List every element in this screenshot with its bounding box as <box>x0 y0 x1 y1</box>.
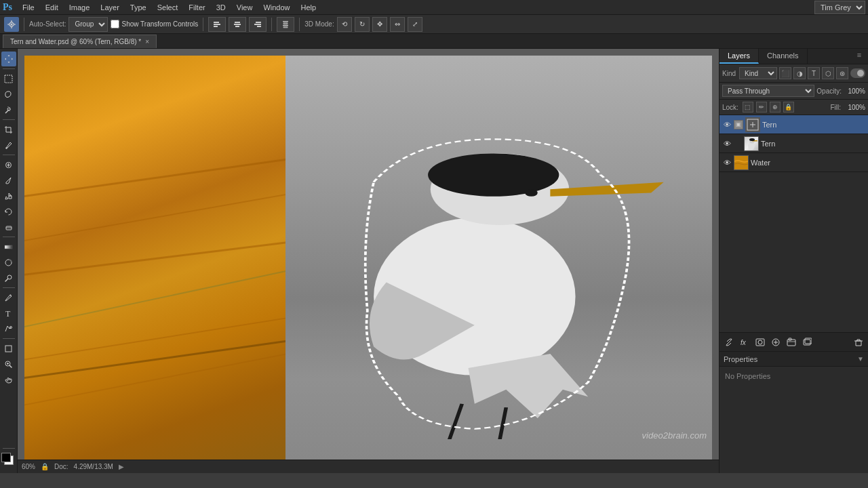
filter-pixel-icon[interactable]: ⬛ <box>779 67 791 79</box>
lock-pixel-btn[interactable]: ⬚ <box>743 102 753 113</box>
filter-shape-icon[interactable]: ⬡ <box>822 67 834 79</box>
new-layer-btn[interactable] <box>800 336 814 349</box>
3d-scale-btn[interactable]: ⤢ <box>408 17 422 32</box>
filter-type-icon[interactable]: T <box>808 67 820 79</box>
filter-adjust-icon[interactable]: ◑ <box>793 67 806 79</box>
link-layers-btn[interactable] <box>722 336 736 349</box>
layer-thumb-tern <box>744 136 759 151</box>
filter-toggle[interactable] <box>850 68 865 78</box>
svg-rect-13 <box>283 26 288 28</box>
menu-filter[interactable]: Filter <box>184 2 210 13</box>
menu-image[interactable]: Image <box>64 2 95 13</box>
lasso-tool[interactable] <box>1 87 16 102</box>
fill-value[interactable]: 100% <box>844 104 865 111</box>
align-right-btn[interactable] <box>249 17 267 32</box>
toolbar-sep-2 <box>203 18 203 31</box>
fg-color-swatch[interactable] <box>1 453 11 462</box>
filter-smart-icon[interactable]: ⊛ <box>836 67 848 79</box>
menu-window[interactable]: Window <box>258 2 294 13</box>
clone-stamp-tool[interactable] <box>1 188 16 203</box>
layer-visibility-tern[interactable]: 👁 <box>722 139 732 148</box>
filter-dropdown[interactable]: Kind <box>739 67 777 79</box>
new-group-btn[interactable] <box>785 336 798 349</box>
menu-edit[interactable]: Edit <box>41 2 63 13</box>
layer-row-tern[interactable]: 👁 Tern <box>719 134 868 153</box>
svg-rect-6 <box>235 26 239 27</box>
toolbar-top: Auto-Select: Group Show Transform Contro… <box>0 15 868 34</box>
lock-artboard-btn[interactable]: ⊕ <box>770 102 781 113</box>
path-selection-tool[interactable] <box>1 321 16 336</box>
menu-select[interactable]: Select <box>153 2 183 13</box>
layer-row-water[interactable]: 👁 Water <box>719 153 868 172</box>
svg-rect-14 <box>5 75 12 83</box>
pen-tool[interactable] <box>1 290 16 305</box>
hand-tool[interactable] <box>1 372 16 387</box>
gradient-tool[interactable] <box>1 239 16 254</box>
doc-tab-title: Tern and Water.psd @ 60% (Tern, RGB/8) * <box>10 38 141 45</box>
auto-select-label: Auto-Select: <box>29 20 66 28</box>
add-mask-btn[interactable] <box>753 336 767 349</box>
toolbar-sep-1 <box>24 18 24 31</box>
tab-close-btn[interactable]: × <box>145 38 149 45</box>
new-fill-btn[interactable] <box>769 336 783 349</box>
svg-point-38 <box>758 340 762 344</box>
marquee-tool[interactable] <box>1 71 16 86</box>
3d-slide-btn[interactable]: ⇔ <box>390 17 405 32</box>
eraser-tool[interactable] <box>1 220 16 235</box>
opacity-label: Opacity: <box>816 87 842 95</box>
menu-3d[interactable]: 3D <box>212 2 231 13</box>
layer-row-tern-group[interactable]: 👁 ▣ Tern <box>719 115 868 134</box>
panel-menu-icon[interactable]: ≡ <box>853 49 865 61</box>
water-area <box>24 56 285 460</box>
distribute-top-btn[interactable] <box>277 17 294 32</box>
menu-type[interactable]: Type <box>125 2 151 13</box>
move-tool-icon[interactable] <box>4 17 19 32</box>
tool-sep-6 <box>3 338 15 339</box>
layer-visibility-water[interactable]: 👁 <box>722 158 732 167</box>
lock-all-btn[interactable]: 🔒 <box>783 102 794 113</box>
transform-checkbox[interactable] <box>111 20 119 28</box>
zoom-tool[interactable] <box>1 357 16 371</box>
menu-view[interactable]: View <box>232 2 258 13</box>
tab-channels[interactable]: Channels <box>759 49 807 64</box>
canvas-info-icon[interactable]: 🔒 <box>41 463 49 470</box>
doc-tab[interactable]: Tern and Water.psd @ 60% (Tern, RGB/8) *… <box>3 35 157 48</box>
magic-wand-tool[interactable] <box>1 102 16 117</box>
history-brush-tool[interactable] <box>1 204 16 219</box>
user-dropdown[interactable]: Tim Grey <box>814 1 865 14</box>
align-center-btn[interactable] <box>229 17 246 32</box>
properties-title: Properties <box>724 355 757 363</box>
3d-roll-btn[interactable]: ↻ <box>355 17 370 32</box>
crop-tool[interactable] <box>1 122 16 137</box>
menu-layer[interactable]: Layer <box>96 2 124 13</box>
svg-rect-7 <box>256 22 261 23</box>
eyedropper-tool[interactable] <box>1 138 16 152</box>
tool-sep-3 <box>3 155 15 155</box>
3d-rotate-btn[interactable]: ⟲ <box>337 17 352 32</box>
tool-mode-dropdown[interactable]: Group <box>68 17 108 32</box>
delete-layer-btn[interactable] <box>852 336 865 349</box>
layer-fx-btn[interactable]: fx <box>738 336 751 349</box>
menu-file[interactable]: File <box>18 2 39 13</box>
canvas-container[interactable]: video2brain.com <box>24 56 712 460</box>
svg-rect-12 <box>283 25 288 26</box>
blur-tool[interactable] <box>1 255 16 270</box>
doc-size-label: Doc: <box>54 463 68 470</box>
shape-tool[interactable] <box>1 341 16 356</box>
lock-position-btn[interactable]: ✏ <box>756 102 767 113</box>
menu-help[interactable]: Help <box>296 2 321 13</box>
align-left-btn[interactable] <box>208 17 226 32</box>
layer-visibility-tern-group[interactable]: 👁 <box>722 120 732 129</box>
brush-tool[interactable] <box>1 173 16 188</box>
dodge-tool[interactable] <box>1 270 16 285</box>
type-tool[interactable]: T <box>1 306 16 321</box>
healing-brush-tool[interactable] <box>1 157 16 172</box>
svg-rect-8 <box>254 24 261 25</box>
blend-mode-dropdown[interactable]: Pass Through <box>722 85 814 97</box>
properties-collapse-btn[interactable]: ▼ <box>857 355 864 363</box>
tab-layers[interactable]: Layers <box>719 49 759 64</box>
move-tool[interactable] <box>1 52 16 66</box>
opacity-value[interactable]: 100% <box>844 87 865 95</box>
3d-pan-btn[interactable]: ✥ <box>372 17 387 32</box>
status-expand-arrow[interactable]: ▶ <box>119 463 124 470</box>
